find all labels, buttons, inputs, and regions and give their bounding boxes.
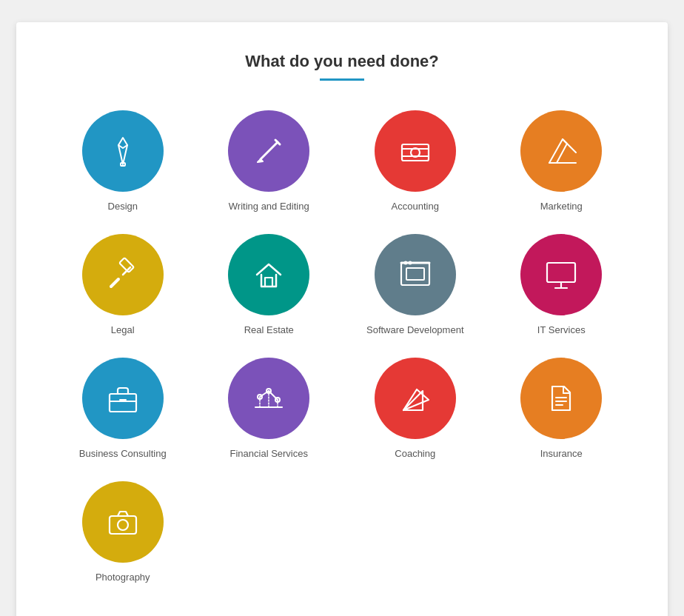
category-circle-financial-services — [228, 358, 309, 439]
svg-marker-8 — [563, 139, 576, 153]
category-circle-legal — [82, 234, 164, 315]
category-label-it-services: IT Services — [537, 324, 586, 335]
category-label-writing-editing: Writing and Editing — [229, 201, 309, 212]
category-label-coaching: Coaching — [395, 448, 435, 459]
category-circle-insurance — [520, 358, 602, 439]
category-item-software-development[interactable]: Software Development — [346, 234, 485, 335]
svg-point-18 — [409, 262, 411, 264]
svg-rect-22 — [110, 394, 136, 412]
svg-rect-3 — [402, 144, 429, 161]
category-label-real-estate: Real Estate — [244, 324, 294, 335]
category-label-financial-services: Financial Services — [230, 448, 309, 459]
category-item-coaching[interactable]: Coaching — [346, 358, 485, 459]
category-circle-marketing — [520, 110, 602, 192]
category-item-financial-services[interactable]: Financial Services — [200, 358, 339, 459]
category-circle-photography — [82, 481, 164, 563]
category-item-business-consulting[interactable]: Business Consulting — [53, 358, 192, 459]
svg-point-42 — [118, 520, 128, 530]
category-grid: DesignWriting and EditingAccountingMarke… — [53, 110, 631, 583]
svg-rect-19 — [547, 263, 575, 282]
category-label-insurance: Insurance — [540, 448, 583, 459]
category-item-design[interactable]: Design — [53, 110, 192, 212]
svg-line-11 — [111, 279, 118, 287]
svg-line-29 — [269, 391, 278, 400]
category-label-business-consulting: Business Consulting — [79, 448, 167, 459]
category-label-legal: Legal — [111, 324, 135, 335]
category-label-software-development: Software Development — [366, 324, 464, 335]
svg-rect-15 — [406, 268, 424, 280]
category-circle-design — [82, 110, 164, 192]
category-label-marketing: Marketing — [540, 201, 583, 212]
svg-rect-14 — [401, 263, 429, 285]
category-circle-it-services — [520, 234, 602, 315]
category-item-photography[interactable]: Photography — [53, 481, 192, 583]
category-item-legal[interactable]: Legal — [53, 234, 192, 335]
svg-rect-13 — [265, 278, 272, 287]
category-label-photography: Photography — [95, 572, 150, 583]
category-circle-accounting — [375, 110, 456, 192]
category-label-accounting: Accounting — [392, 201, 439, 212]
page-title: What do you need done? — [53, 52, 631, 71]
category-item-insurance[interactable]: Insurance — [492, 358, 631, 459]
category-item-it-services[interactable]: IT Services — [492, 234, 631, 335]
svg-line-28 — [260, 391, 269, 397]
category-circle-business-consulting — [82, 358, 164, 439]
category-item-accounting[interactable]: Accounting — [346, 110, 485, 212]
svg-marker-7 — [549, 139, 567, 163]
category-item-marketing[interactable]: Marketing — [492, 110, 631, 212]
svg-point-17 — [404, 262, 406, 264]
category-circle-software-development — [375, 234, 456, 315]
category-circle-coaching — [375, 358, 456, 439]
category-item-real-estate[interactable]: Real Estate — [200, 234, 339, 335]
main-card: What do you need done? DesignWriting and… — [16, 22, 668, 616]
svg-line-1 — [261, 142, 278, 159]
title-underline — [320, 78, 364, 81]
category-label-design: Design — [108, 201, 138, 212]
category-item-writing-editing[interactable]: Writing and Editing — [200, 110, 339, 212]
category-circle-writing-editing — [228, 110, 309, 192]
category-circle-real-estate — [228, 234, 309, 315]
svg-rect-41 — [110, 516, 136, 534]
